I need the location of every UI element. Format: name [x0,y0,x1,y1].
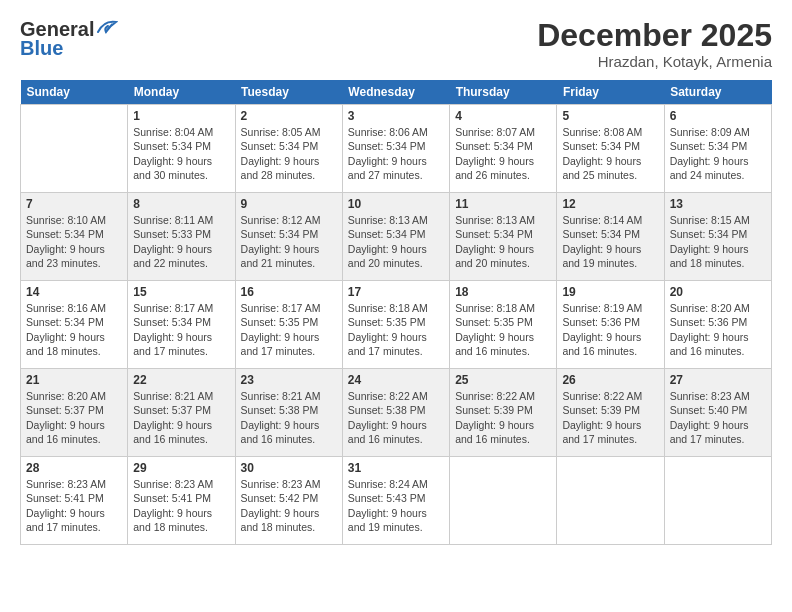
day-number: 14 [26,285,122,299]
day-number: 5 [562,109,658,123]
calendar-week-2: 14Sunrise: 8:16 AMSunset: 5:34 PMDayligh… [21,281,772,369]
weekday-header-monday: Monday [128,80,235,105]
calendar: SundayMondayTuesdayWednesdayThursdayFrid… [20,80,772,545]
calendar-cell: 14Sunrise: 8:16 AMSunset: 5:34 PMDayligh… [21,281,128,369]
day-number: 28 [26,461,122,475]
calendar-week-0: 1Sunrise: 8:04 AMSunset: 5:34 PMDaylight… [21,105,772,193]
day-info: Sunrise: 8:13 AMSunset: 5:34 PMDaylight:… [348,213,444,270]
calendar-cell [664,457,771,545]
calendar-cell: 13Sunrise: 8:15 AMSunset: 5:34 PMDayligh… [664,193,771,281]
day-info: Sunrise: 8:20 AMSunset: 5:37 PMDaylight:… [26,389,122,446]
calendar-cell: 5Sunrise: 8:08 AMSunset: 5:34 PMDaylight… [557,105,664,193]
day-number: 12 [562,197,658,211]
calendar-cell: 31Sunrise: 8:24 AMSunset: 5:43 PMDayligh… [342,457,449,545]
location: Hrazdan, Kotayk, Armenia [537,53,772,70]
logo-bird-icon [96,18,118,41]
day-info: Sunrise: 8:09 AMSunset: 5:34 PMDaylight:… [670,125,766,182]
day-info: Sunrise: 8:14 AMSunset: 5:34 PMDaylight:… [562,213,658,270]
day-number: 1 [133,109,229,123]
day-number: 2 [241,109,337,123]
day-number: 31 [348,461,444,475]
day-info: Sunrise: 8:13 AMSunset: 5:34 PMDaylight:… [455,213,551,270]
calendar-cell: 6Sunrise: 8:09 AMSunset: 5:34 PMDaylight… [664,105,771,193]
day-number: 25 [455,373,551,387]
calendar-cell: 2Sunrise: 8:05 AMSunset: 5:34 PMDaylight… [235,105,342,193]
calendar-cell: 16Sunrise: 8:17 AMSunset: 5:35 PMDayligh… [235,281,342,369]
calendar-week-3: 21Sunrise: 8:20 AMSunset: 5:37 PMDayligh… [21,369,772,457]
day-number: 30 [241,461,337,475]
calendar-cell: 22Sunrise: 8:21 AMSunset: 5:37 PMDayligh… [128,369,235,457]
day-info: Sunrise: 8:15 AMSunset: 5:34 PMDaylight:… [670,213,766,270]
month-title: December 2025 [537,18,772,53]
calendar-cell: 24Sunrise: 8:22 AMSunset: 5:38 PMDayligh… [342,369,449,457]
day-number: 4 [455,109,551,123]
weekday-header-wednesday: Wednesday [342,80,449,105]
calendar-cell: 23Sunrise: 8:21 AMSunset: 5:38 PMDayligh… [235,369,342,457]
day-info: Sunrise: 8:08 AMSunset: 5:34 PMDaylight:… [562,125,658,182]
day-info: Sunrise: 8:11 AMSunset: 5:33 PMDaylight:… [133,213,229,270]
calendar-cell: 26Sunrise: 8:22 AMSunset: 5:39 PMDayligh… [557,369,664,457]
weekday-header-tuesday: Tuesday [235,80,342,105]
day-number: 3 [348,109,444,123]
day-info: Sunrise: 8:07 AMSunset: 5:34 PMDaylight:… [455,125,551,182]
calendar-cell: 3Sunrise: 8:06 AMSunset: 5:34 PMDaylight… [342,105,449,193]
calendar-cell: 7Sunrise: 8:10 AMSunset: 5:34 PMDaylight… [21,193,128,281]
day-info: Sunrise: 8:23 AMSunset: 5:40 PMDaylight:… [670,389,766,446]
header: General Blue December 2025 Hrazdan, Kota… [20,18,772,70]
calendar-cell: 17Sunrise: 8:18 AMSunset: 5:35 PMDayligh… [342,281,449,369]
day-number: 29 [133,461,229,475]
day-number: 13 [670,197,766,211]
day-number: 7 [26,197,122,211]
day-info: Sunrise: 8:22 AMSunset: 5:38 PMDaylight:… [348,389,444,446]
day-number: 22 [133,373,229,387]
page: General Blue December 2025 Hrazdan, Kota… [0,0,792,612]
calendar-cell: 30Sunrise: 8:23 AMSunset: 5:42 PMDayligh… [235,457,342,545]
day-info: Sunrise: 8:23 AMSunset: 5:41 PMDaylight:… [133,477,229,534]
calendar-cell: 1Sunrise: 8:04 AMSunset: 5:34 PMDaylight… [128,105,235,193]
calendar-cell: 9Sunrise: 8:12 AMSunset: 5:34 PMDaylight… [235,193,342,281]
day-info: Sunrise: 8:23 AMSunset: 5:41 PMDaylight:… [26,477,122,534]
weekday-header-thursday: Thursday [450,80,557,105]
day-info: Sunrise: 8:18 AMSunset: 5:35 PMDaylight:… [348,301,444,358]
calendar-header-row: SundayMondayTuesdayWednesdayThursdayFrid… [21,80,772,105]
day-number: 15 [133,285,229,299]
calendar-week-4: 28Sunrise: 8:23 AMSunset: 5:41 PMDayligh… [21,457,772,545]
calendar-cell: 4Sunrise: 8:07 AMSunset: 5:34 PMDaylight… [450,105,557,193]
calendar-cell: 11Sunrise: 8:13 AMSunset: 5:34 PMDayligh… [450,193,557,281]
day-number: 18 [455,285,551,299]
weekday-header-saturday: Saturday [664,80,771,105]
day-info: Sunrise: 8:17 AMSunset: 5:35 PMDaylight:… [241,301,337,358]
day-number: 11 [455,197,551,211]
day-info: Sunrise: 8:19 AMSunset: 5:36 PMDaylight:… [562,301,658,358]
day-number: 27 [670,373,766,387]
logo-blue: Blue [20,37,63,60]
day-number: 8 [133,197,229,211]
day-number: 20 [670,285,766,299]
calendar-cell [450,457,557,545]
title-block: December 2025 Hrazdan, Kotayk, Armenia [537,18,772,70]
day-info: Sunrise: 8:21 AMSunset: 5:37 PMDaylight:… [133,389,229,446]
day-info: Sunrise: 8:22 AMSunset: 5:39 PMDaylight:… [455,389,551,446]
weekday-header-sunday: Sunday [21,80,128,105]
calendar-cell: 15Sunrise: 8:17 AMSunset: 5:34 PMDayligh… [128,281,235,369]
day-number: 9 [241,197,337,211]
day-number: 6 [670,109,766,123]
calendar-cell: 12Sunrise: 8:14 AMSunset: 5:34 PMDayligh… [557,193,664,281]
day-info: Sunrise: 8:12 AMSunset: 5:34 PMDaylight:… [241,213,337,270]
day-info: Sunrise: 8:22 AMSunset: 5:39 PMDaylight:… [562,389,658,446]
day-info: Sunrise: 8:21 AMSunset: 5:38 PMDaylight:… [241,389,337,446]
day-info: Sunrise: 8:18 AMSunset: 5:35 PMDaylight:… [455,301,551,358]
calendar-cell: 25Sunrise: 8:22 AMSunset: 5:39 PMDayligh… [450,369,557,457]
weekday-header-friday: Friday [557,80,664,105]
day-info: Sunrise: 8:04 AMSunset: 5:34 PMDaylight:… [133,125,229,182]
day-number: 17 [348,285,444,299]
day-info: Sunrise: 8:23 AMSunset: 5:42 PMDaylight:… [241,477,337,534]
day-number: 10 [348,197,444,211]
day-number: 19 [562,285,658,299]
day-number: 26 [562,373,658,387]
calendar-cell [21,105,128,193]
calendar-cell: 10Sunrise: 8:13 AMSunset: 5:34 PMDayligh… [342,193,449,281]
day-number: 16 [241,285,337,299]
day-info: Sunrise: 8:05 AMSunset: 5:34 PMDaylight:… [241,125,337,182]
calendar-cell: 20Sunrise: 8:20 AMSunset: 5:36 PMDayligh… [664,281,771,369]
